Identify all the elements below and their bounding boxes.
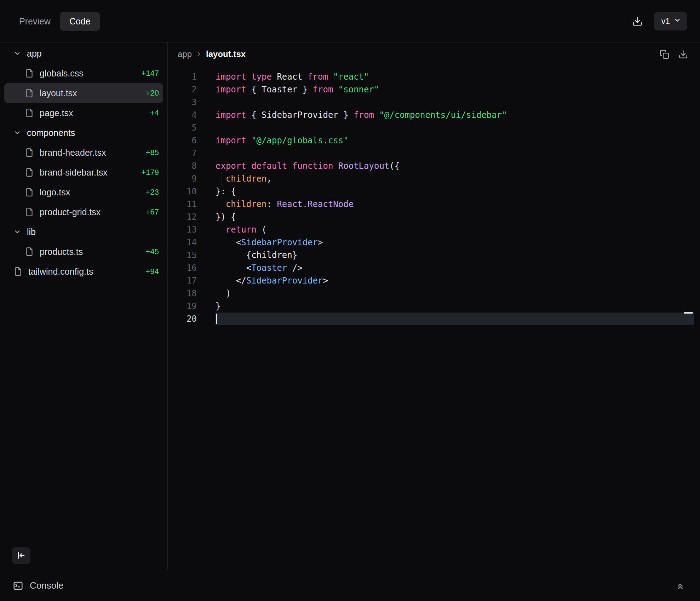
line-content: import { Toaster } from "sonner" xyxy=(216,83,694,96)
code-line-10[interactable]: 10}: { xyxy=(168,185,700,198)
collapse-sidebar-button[interactable] xyxy=(12,547,30,564)
code-line-7[interactable]: 7 xyxy=(168,147,700,160)
diff-count: +94 xyxy=(146,267,163,276)
code-line-16[interactable]: 16 <Toaster /> xyxy=(168,262,700,274)
line-number: 20 xyxy=(168,313,216,325)
diff-count: +4 xyxy=(150,108,163,118)
file-layout.tsx[interactable]: layout.tsx+20 xyxy=(4,83,163,103)
breadcrumb: app layout.tsx xyxy=(178,49,246,59)
diff-count: +147 xyxy=(141,69,163,78)
breadcrumb-file: layout.tsx xyxy=(206,49,246,59)
line-content xyxy=(216,96,694,109)
diff-count: +67 xyxy=(146,207,163,217)
version-label: v1 xyxy=(661,17,670,26)
code-line-18[interactable]: 18 ) xyxy=(168,287,700,300)
code-line-15[interactable]: 15 {children} xyxy=(168,249,700,262)
file-icon xyxy=(25,207,34,217)
line-content: import type React from "react" xyxy=(216,70,694,83)
line-number: 1 xyxy=(168,70,216,83)
code-lines[interactable]: 1import type React from "react"2import {… xyxy=(168,65,700,570)
diff-count: +20 xyxy=(146,88,163,98)
file-tree-sidebar: appglobals.css+147layout.tsx+20page.tsx+… xyxy=(0,43,168,570)
line-content: import "@/app/globals.css" xyxy=(216,134,694,147)
code-line-8[interactable]: 8export default function RootLayout({ xyxy=(168,160,700,172)
file-product-grid.tsx[interactable]: product-grid.tsx+67 xyxy=(4,202,163,222)
code-line-20[interactable]: 20 xyxy=(168,313,700,325)
download-icon xyxy=(632,16,643,27)
tab-code[interactable]: Code xyxy=(60,12,100,31)
code-line-6[interactable]: 6import "@/app/globals.css" xyxy=(168,134,700,147)
code-line-14[interactable]: 14 <SidebarProvider> xyxy=(168,236,700,249)
file-icon xyxy=(25,247,34,256)
download-file-button[interactable] xyxy=(676,47,690,61)
line-number: 12 xyxy=(168,211,216,223)
code-line-17[interactable]: 17 </SidebarProvider> xyxy=(168,274,700,287)
tree-item-label: products.ts xyxy=(40,247,83,257)
chevron-down-icon xyxy=(13,129,21,137)
tree-item-label: components xyxy=(27,128,75,138)
editor-header: app layout.tsx xyxy=(168,43,700,65)
line-number: 11 xyxy=(168,198,216,211)
file-icon xyxy=(25,108,34,118)
download-button[interactable] xyxy=(630,14,645,29)
code-line-19[interactable]: 19} xyxy=(168,300,700,313)
code-line-3[interactable]: 3 xyxy=(168,96,700,109)
line-content: </SidebarProvider> xyxy=(216,274,694,287)
folder-lib[interactable]: lib xyxy=(4,222,163,242)
file-products.ts[interactable]: products.ts+45 xyxy=(4,242,163,262)
tab-preview[interactable]: Preview xyxy=(13,12,57,31)
line-content: <SidebarProvider> xyxy=(216,236,694,249)
code-line-5[interactable]: 5 xyxy=(168,121,700,134)
file-globals.css[interactable]: globals.css+147 xyxy=(4,63,163,83)
topbar: Preview Code v1 xyxy=(0,0,700,43)
editor-actions xyxy=(658,47,690,61)
line-number: 18 xyxy=(168,287,216,300)
collapse-panel-icon xyxy=(16,550,26,561)
main-area: appglobals.css+147layout.tsx+20page.tsx+… xyxy=(0,43,700,570)
copy-code-button[interactable] xyxy=(658,47,671,61)
scrollbar-thumb[interactable] xyxy=(684,312,693,314)
file-icon xyxy=(25,168,34,177)
version-dropdown[interactable]: v1 xyxy=(654,12,687,30)
line-content: children, xyxy=(216,172,694,185)
file-brand-sidebar.tsx[interactable]: brand-sidebar.tsx+179 xyxy=(4,162,163,182)
file-brand-header.tsx[interactable]: brand-header.tsx+85 xyxy=(4,143,163,162)
code-line-4[interactable]: 4import { SidebarProvider } from "@/comp… xyxy=(168,109,700,121)
line-content xyxy=(216,147,694,160)
indent-guide xyxy=(234,274,234,287)
chevron-right-icon xyxy=(195,51,202,58)
file-icon xyxy=(13,267,23,276)
chevrons-up-icon xyxy=(675,581,685,591)
code-line-2[interactable]: 2import { Toaster } from "sonner" xyxy=(168,83,700,96)
breadcrumb-folder: app xyxy=(178,49,192,59)
file-logo.tsx[interactable]: logo.tsx+23 xyxy=(4,182,163,202)
indent-guide xyxy=(234,249,234,262)
code-line-1[interactable]: 1import type React from "react" xyxy=(168,70,700,83)
tree-item-label: tailwind.config.ts xyxy=(28,267,93,277)
code-line-12[interactable]: 12}) { xyxy=(168,211,700,223)
folder-app[interactable]: app xyxy=(4,44,163,63)
line-content: <Toaster /> xyxy=(216,262,694,274)
line-content xyxy=(216,121,694,134)
chevron-down-icon xyxy=(13,50,21,57)
line-number: 7 xyxy=(168,147,216,160)
code-line-11[interactable]: 11 children: React.ReactNode xyxy=(168,198,700,211)
indent-guide xyxy=(234,236,234,249)
line-content: }) { xyxy=(216,211,694,223)
file-page.tsx[interactable]: page.tsx+4 xyxy=(4,103,163,123)
code-editor: app layout.tsx 1import type xyxy=(168,43,700,570)
text-cursor xyxy=(216,314,217,324)
expand-console-button[interactable] xyxy=(673,579,687,593)
file-icon xyxy=(25,69,34,78)
line-content: }: { xyxy=(216,185,694,198)
folder-components[interactable]: components xyxy=(4,123,163,143)
topbar-actions: v1 xyxy=(630,12,687,30)
code-line-13[interactable]: 13 return ( xyxy=(168,223,700,236)
diff-count: +45 xyxy=(146,247,163,256)
line-number: 16 xyxy=(168,262,216,274)
tree-item-label: product-grid.tsx xyxy=(40,207,101,217)
file-tailwind.config.ts[interactable]: tailwind.config.ts+94 xyxy=(4,262,163,281)
code-line-9[interactable]: 9 children, xyxy=(168,172,700,185)
line-content: ) xyxy=(216,287,694,300)
line-number: 4 xyxy=(168,109,216,121)
